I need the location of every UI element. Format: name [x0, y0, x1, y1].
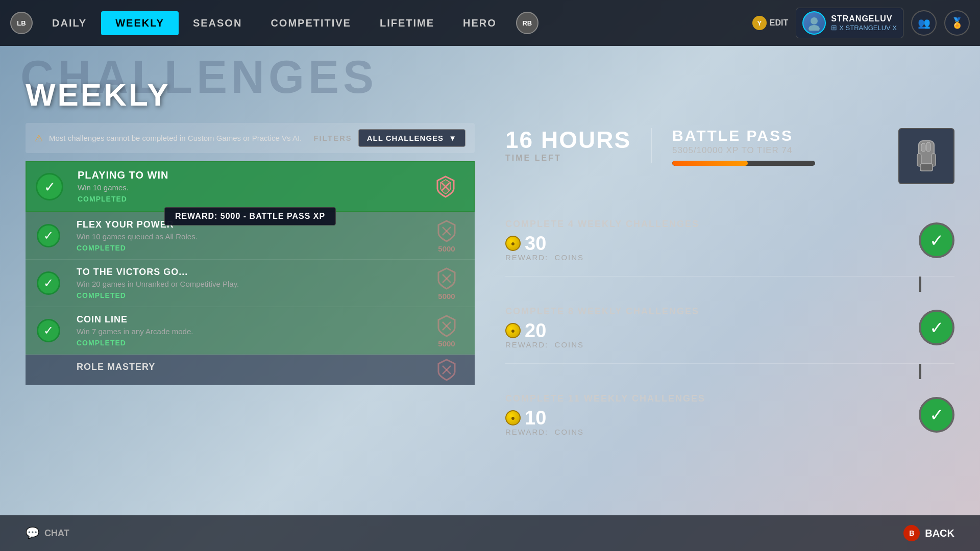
challenge-check-3: ✓	[26, 260, 71, 307]
nav-tabs: DAILY WEEKLY SEASON COMPETITIVE LIFETIME…	[38, 11, 511, 35]
xbox-gamertag: ⊞ X STRANGELUV X	[831, 23, 897, 32]
challenge-name: PLAYING TO WIN	[78, 169, 412, 181]
tab-hero[interactable]: HERO	[449, 11, 511, 35]
shield-icon	[434, 266, 459, 291]
battle-pass-section: BATTLE PASS 5305/10000 XP TO TIER 74	[672, 128, 878, 166]
lb-button[interactable]: LB	[10, 12, 33, 34]
challenge-check-1: ✓	[27, 162, 72, 211]
user-info: STRANGELUV ⊞ X STRANGELUV X	[831, 14, 897, 32]
back-button[interactable]: B BACK	[903, 525, 954, 541]
svg-point-1	[808, 25, 820, 31]
warning-icon: ⚠	[35, 133, 43, 144]
challenge-status: COMPLETED	[77, 339, 413, 347]
challenge-item[interactable]: ✓ PLAYING TO WIN Win 10 games. COMPLETED	[26, 161, 475, 212]
challenge-reward-2: 5000	[419, 212, 475, 259]
check-circle-icon: ✓	[37, 224, 60, 247]
shield-icon	[434, 219, 459, 243]
challenge-info-3: TO THE VICTORS GO... Win 20 games in Unr…	[71, 260, 419, 307]
completion-item: COMPLETE 4 WEEKLY CHALLENGES ● 30 REWARD…	[505, 205, 954, 277]
main-content: CHALLENGES WEEKLY ⚠ Most challenges cann…	[0, 46, 980, 551]
challenge-reward-1	[418, 162, 474, 211]
reward-label: REWARD: COINS	[505, 428, 903, 436]
right-column: 16 HOURS TIME LEFT BATTLE PASS 5305/1000…	[505, 123, 954, 551]
top-nav: LB DAILY WEEKLY SEASON COMPETITIVE LIFET…	[0, 0, 980, 46]
completion-reward-row: ● 20	[505, 321, 903, 340]
challenge-info-5: ROLE MASTERY	[71, 355, 419, 385]
coin-amount: 30	[525, 234, 546, 253]
shield-icon	[434, 314, 459, 338]
battle-pass-title: BATTLE PASS	[672, 128, 878, 143]
xbox-icon: ⊞	[831, 23, 837, 32]
svg-rect-16	[921, 143, 925, 152]
tab-daily[interactable]: DAILY	[38, 11, 101, 35]
check-circle-icon: ✓	[37, 319, 60, 342]
info-bar: ⚠ Most challenges cannot be completed in…	[26, 123, 475, 153]
chevron-down-icon: ▼	[449, 134, 457, 142]
page-title: WEEKLY	[26, 77, 954, 113]
challenge-check-4: ✓	[26, 307, 71, 354]
tab-weekly[interactable]: WEEKLY	[101, 11, 179, 35]
chat-button[interactable]: 💬 CHAT	[26, 527, 69, 540]
challenge-check-5	[26, 355, 71, 385]
shield-icon	[433, 174, 458, 199]
reward-xp: 5000	[438, 339, 455, 348]
challenge-item[interactable]: ✓ TO THE VICTORS GO... Win 20 games in U…	[26, 260, 475, 307]
shield-icon	[434, 358, 459, 382]
challenges-header: CHALLENGES WEEKLY	[0, 46, 980, 123]
bottom-bar: 💬 CHAT B BACK	[0, 515, 980, 551]
tab-season[interactable]: SEASON	[179, 11, 256, 35]
completion-check-circle: ✓	[919, 397, 954, 433]
top-right-area: Y EDIT STRANGELUV ⊞ X STRANGELUV X 👥 🏅	[752, 8, 970, 38]
challenge-info-1: PLAYING TO WIN Win 10 games. COMPLETED	[72, 162, 418, 211]
coin-amount: 10	[525, 408, 546, 428]
username: STRANGELUV	[831, 14, 897, 23]
y-button-icon: Y	[752, 16, 767, 30]
rb-button[interactable]: RB	[516, 12, 538, 34]
battle-pass-image	[898, 128, 954, 184]
svg-rect-17	[926, 142, 930, 152]
challenge-desc: Win 7 games in any Arcade mode.	[77, 327, 413, 336]
challenge-item[interactable]: ✓ COIN LINE Win 7 games in any Arcade mo…	[26, 307, 475, 355]
challenge-desc: Win 10 games.	[78, 183, 412, 192]
check-circle-icon: ✓	[37, 271, 60, 295]
two-col-layout: ⚠ Most challenges cannot be completed in…	[0, 123, 980, 551]
challenge-item[interactable]: ROLE MASTERY	[26, 355, 475, 385]
challenge-check-2: ✓	[26, 212, 71, 259]
completion-item: COMPLETE 11 WEEKLY CHALLENGES ● 10 REWAR…	[505, 379, 954, 450]
completion-info-2: COMPLETE 8 WEEKLY CHALLENGES ● 20 REWARD…	[505, 306, 903, 349]
edit-button[interactable]: Y EDIT	[752, 16, 788, 30]
coin-amount: 20	[525, 321, 546, 340]
completion-info-1: COMPLETE 4 WEEKLY CHALLENGES ● 30 REWARD…	[505, 219, 903, 262]
completion-reward-row: ● 10	[505, 408, 903, 428]
tab-lifetime[interactable]: LIFETIME	[365, 11, 449, 35]
time-value: 16 HOURS	[505, 128, 631, 152]
reward-label: REWARD: COINS	[505, 340, 903, 349]
coin-icon: ●	[505, 410, 521, 425]
friends-button[interactable]: 👥	[911, 10, 937, 36]
avatar	[802, 11, 826, 35]
completion-check-circle: ✓	[919, 310, 954, 345]
challenge-desc: Win 20 games in Unranked or Competitive …	[77, 280, 413, 288]
completion-title: COMPLETE 4 WEEKLY CHALLENGES	[505, 219, 903, 230]
tab-competitive[interactable]: COMPETITIVE	[256, 11, 365, 35]
coin-icon: ●	[505, 236, 521, 251]
completion-title: COMPLETE 11 WEEKLY CHALLENGES	[505, 393, 903, 404]
tooltip-bar: REWARD: 5000 - BATTLE PASS XP	[164, 207, 336, 226]
challenge-reward-3: 5000	[419, 260, 475, 307]
challenge-status: COMPLETED	[77, 291, 413, 299]
completion-reward-row: ● 30	[505, 234, 903, 253]
challenge-name: COIN LINE	[77, 314, 413, 325]
weekly-completions: COMPLETE 4 WEEKLY CHALLENGES ● 30 REWARD…	[505, 205, 954, 450]
challenge-status: COMPLETED	[77, 244, 413, 252]
completion-item: COMPLETE 8 WEEKLY CHALLENGES ● 20 REWARD…	[505, 292, 954, 364]
filter-dropdown[interactable]: ALL CHALLENGES ▼	[358, 129, 465, 147]
completion-info-3: COMPLETE 11 WEEKLY CHALLENGES ● 10 REWAR…	[505, 393, 903, 436]
info-message: Most challenges cannot be completed in C…	[49, 134, 302, 142]
challenge-info-4: COIN LINE Win 7 games in any Arcade mode…	[71, 307, 419, 354]
profile-button[interactable]: 🏅	[944, 10, 970, 36]
battle-pass-area: 16 HOURS TIME LEFT BATTLE PASS 5305/1000…	[505, 123, 954, 184]
reward-xp: 5000	[438, 244, 455, 253]
user-card: STRANGELUV ⊞ X STRANGELUV X	[796, 8, 903, 38]
connector-line	[919, 364, 921, 379]
check-circle-icon: ✓	[36, 173, 63, 201]
